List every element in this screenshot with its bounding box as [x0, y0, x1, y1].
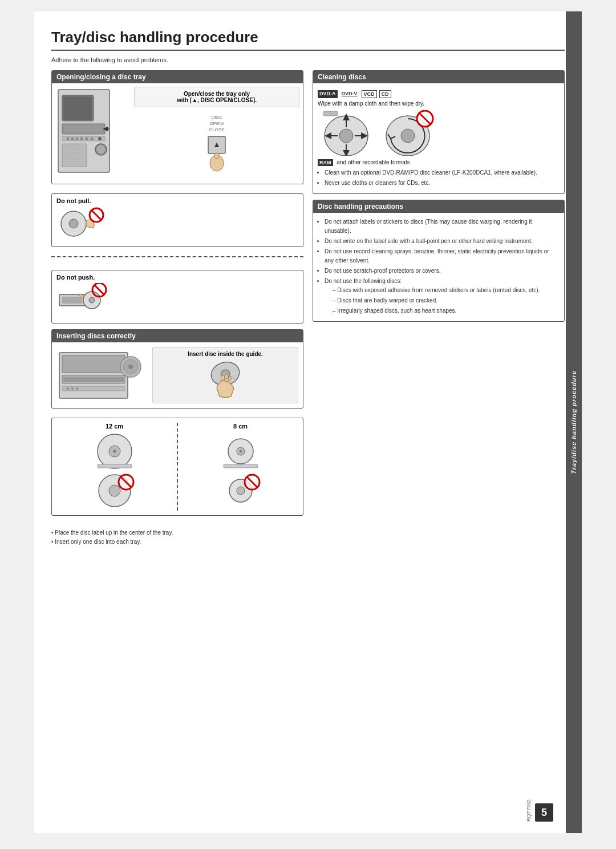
insert-disc-callout: Insert disc inside the guide. [152, 347, 298, 403]
ram-note-line: RAM and other recordable formats [318, 159, 560, 166]
inserting-device-icon [56, 350, 148, 401]
svg-point-32 [214, 153, 219, 159]
svg-point-58 [113, 450, 116, 453]
disc-handling-section: Disc handling precautions Do not attach … [313, 200, 565, 322]
side-label-container: Tray/disc handling procedure [566, 11, 582, 833]
hand-insert-icon [205, 359, 245, 399]
handling-bullet-3: Do not use record cleaning sprays, benzi… [325, 247, 560, 265]
footnote-2: • Insert only one disc into each tray. [51, 537, 303, 547]
svg-point-7 [71, 138, 74, 140]
opening-tray-header: Opening/closing a disc tray [52, 71, 303, 83]
svg-point-49 [128, 365, 133, 369]
footnote-area: • Place the disc label up in the center … [51, 528, 303, 547]
svg-point-66 [239, 450, 242, 453]
svg-point-40 [89, 297, 95, 303]
cleaning-discs-section: Cleaning discs DVD-A DVD-V VCD CD Wipe w… [313, 70, 565, 194]
svg-point-53 [76, 387, 78, 390]
svg-point-14 [96, 145, 106, 154]
svg-point-73 [339, 129, 353, 143]
svg-point-80 [401, 129, 415, 143]
disc-format-badges: DVD-A DVD-V VCD CD [318, 90, 560, 98]
right-column: Cleaning discs DVD-A DVD-V VCD CD Wipe w… [313, 70, 565, 547]
do-not-push-section: Do not push. [51, 270, 303, 324]
disc-12cm-col: 12 cm [56, 423, 172, 511]
disc-8cm-label: 8 cm [233, 423, 248, 430]
svg-rect-78 [323, 111, 338, 116]
svg-rect-4 [63, 125, 104, 133]
inserting-discs-header: Inserting discs correctly [52, 330, 303, 342]
disc-8cm-no-icon [221, 474, 261, 511]
dvd-a-badge: DVD-A [318, 90, 338, 98]
inserting-discs-content: Insert disc inside the guide. [52, 342, 303, 408]
disc-handling-header: Disc handling precautions [313, 200, 564, 213]
device-illustration [55, 87, 129, 180]
disc-8cm-col: 8 cm [183, 423, 298, 511]
svg-rect-67 [224, 464, 258, 468]
svg-point-69 [237, 487, 245, 495]
disc-handling-body: Do not attach labels or stickers to disc… [313, 213, 564, 321]
cleaning-bullet-1: Clean with an optional DVD-RAM/PD disc c… [325, 168, 560, 177]
svg-rect-2 [63, 96, 92, 120]
do-not-pull-label: Do not pull. [56, 197, 298, 204]
page-number: 5 [535, 803, 553, 822]
handling-sub-bullets: Discs with exposed adhesive from removed… [325, 286, 560, 316]
ram-badge: RAM [318, 159, 333, 166]
svg-point-6 [67, 138, 70, 140]
disc-sizes-section: 12 cm [51, 418, 303, 516]
cleaning-bullet-2: Never use cloths or cleaners for CDs, et… [325, 179, 560, 188]
opening-tray-section: Opening/closing a disc tray [51, 70, 303, 184]
cleaning-discs-header: Cleaning discs [313, 71, 564, 83]
svg-point-12 [98, 137, 102, 140]
svg-point-61 [109, 485, 120, 496]
handling-bullet-1: Do not attach labels or stickers to disc… [325, 217, 560, 236]
disc-12cm-no-icon [95, 474, 135, 511]
cleaning-wrong-icon [379, 110, 436, 156]
disc-button-illus: DISC OPEN/ CLOSE ▲ [134, 114, 299, 173]
svg-point-34 [69, 219, 78, 228]
tray-right: Open/close the tray only with [▲, DISC O… [134, 87, 299, 173]
svg-point-9 [80, 138, 83, 140]
do-not-pull-content: Do not pull. [56, 197, 298, 243]
inserting-discs-section: Inserting discs correctly [51, 329, 303, 409]
disc-12cm-ok-icon [95, 433, 135, 470]
svg-line-36 [92, 211, 101, 220]
svg-text:▲: ▲ [213, 140, 221, 149]
do-not-push-label: Do not push. [56, 274, 298, 281]
main-content: Opening/closing a disc tray [51, 70, 565, 547]
cleaning-bullets: Clean with an optional DVD-RAM/PD disc c… [318, 168, 560, 188]
wipe-text: Wipe with a damp cloth and then wipe dry… [318, 100, 560, 107]
svg-point-8 [76, 138, 79, 140]
handling-sub-bullet-1: Discs with exposed adhesive from removed… [333, 286, 560, 295]
handling-bullet-4: Do not use scratch-proof protectors or c… [325, 266, 560, 276]
svg-point-10 [86, 138, 88, 140]
svg-point-51 [67, 387, 69, 390]
footnote-1: • Place the disc label up in the center … [51, 528, 303, 537]
open-close-callout: Open/close the tray only with [▲, DISC O… [134, 87, 299, 107]
handling-bullets: Do not attach labels or stickers to disc… [318, 217, 560, 316]
rqt-code: RQT7932 [526, 799, 532, 822]
adhere-text: Adhere to the following to avoid problem… [51, 56, 565, 63]
handling-sub-bullet-2: Discs that are badly warped or cracked. [333, 296, 560, 305]
dashed-divider [51, 256, 303, 257]
page-title: Tray/disc handling procedure [51, 29, 565, 51]
left-column: Opening/closing a disc tray [51, 70, 303, 547]
handling-bullet-5: Do not use the following discs: Discs wi… [325, 277, 560, 316]
cleaning-images [318, 110, 560, 156]
cleaning-discs-body: DVD-A DVD-V VCD CD Wipe with a damp clot… [313, 83, 564, 193]
page: Tray/disc handling procedure Adhere to t… [34, 11, 582, 833]
hand-press-icon: ▲ [197, 134, 237, 173]
dvd-v-badge: DVD-V [340, 90, 359, 98]
do-not-push-content: Do not push. [56, 274, 298, 320]
svg-rect-46 [63, 377, 124, 382]
svg-rect-38 [62, 297, 82, 304]
cd-badge: CD [379, 90, 391, 98]
cleaning-correct-icon [318, 110, 375, 156]
do-not-push-icon [56, 283, 108, 317]
svg-rect-59 [98, 464, 132, 468]
disc-12cm-label: 12 cm [106, 423, 123, 430]
svg-rect-17 [62, 144, 86, 167]
do-not-pull-section: Do not pull. [51, 193, 303, 247]
handling-sub-bullet-3: Irregularly shaped discs, such as heart … [333, 306, 560, 316]
opening-tray-content: Open/close the tray only with [▲, DISC O… [52, 83, 303, 184]
svg-point-52 [71, 387, 74, 390]
